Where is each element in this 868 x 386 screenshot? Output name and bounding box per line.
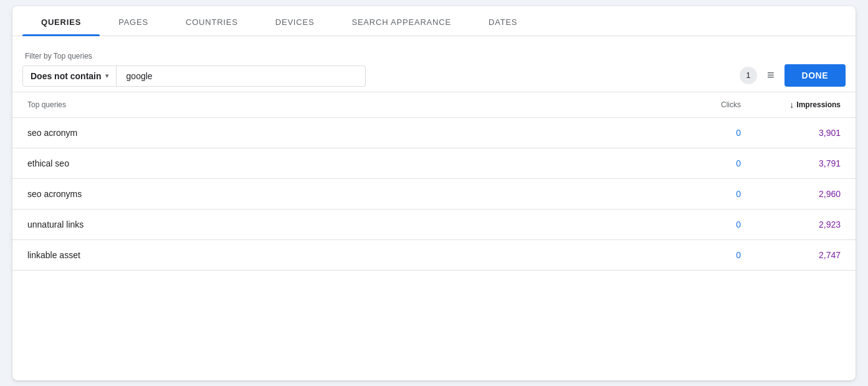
row-impressions: 2,960 — [741, 189, 841, 199]
table-container: Top queries Clicks ↓ Impressions seo acr… — [12, 92, 856, 271]
filter-type-label: Does not contain — [31, 71, 102, 81]
table-row: seo acronym 0 3,901 — [12, 118, 856, 148]
done-button[interactable]: DONE — [785, 64, 846, 87]
row-query: seo acronyms — [27, 189, 666, 199]
tab-countries[interactable]: COUNTRIES — [167, 6, 257, 36]
row-query: unnatural links — [27, 220, 666, 229]
tab-devices[interactable]: DEVICES — [257, 6, 333, 36]
table-row: ethical seo 0 3,791 — [12, 148, 856, 179]
filter-controls: Does not contain ▾ — [22, 65, 366, 87]
table-row: seo acronyms 0 2,960 — [12, 179, 856, 210]
row-clicks: 0 — [666, 189, 741, 199]
row-clicks: 0 — [666, 128, 741, 138]
row-clicks: 0 — [666, 158, 741, 168]
col-header-clicks: Clicks — [666, 100, 741, 109]
tabs-bar: QUERIES PAGES COUNTRIES DEVICES SEARCH A… — [12, 6, 856, 36]
sort-down-icon: ↓ — [789, 100, 794, 110]
row-query: seo acronym — [27, 128, 666, 138]
row-impressions: 2,747 — [741, 250, 841, 260]
tab-queries[interactable]: QUERIES — [22, 6, 100, 36]
table-header: Top queries Clicks ↓ Impressions — [12, 92, 856, 118]
row-query: ethical seo — [27, 158, 666, 168]
row-clicks: 0 — [666, 250, 741, 260]
filter-left: Filter by Top queries Does not contain ▾ — [22, 52, 366, 87]
chevron-down-icon: ▾ — [105, 72, 108, 79]
table-row: linkable asset 0 2,747 — [12, 240, 856, 271]
filter-label: Filter by Top queries — [25, 52, 366, 60]
filter-count-badge[interactable]: 1 — [740, 67, 757, 84]
filter-bar: Filter by Top queries Does not contain ▾… — [12, 36, 856, 92]
main-card: QUERIES PAGES COUNTRIES DEVICES SEARCH A… — [12, 6, 856, 380]
tab-search-appearance[interactable]: SEARCH APPEARANCE — [333, 6, 470, 36]
impressions-label: Impressions — [796, 100, 841, 109]
filter-lines-icon[interactable]: ≡ — [765, 65, 777, 85]
row-clicks: 0 — [666, 220, 741, 229]
col-header-query: Top queries — [27, 100, 666, 109]
row-impressions: 3,791 — [741, 158, 841, 168]
row-impressions: 3,901 — [741, 128, 841, 138]
col-header-impressions[interactable]: ↓ Impressions — [741, 100, 841, 110]
filter-value-input[interactable] — [117, 65, 366, 87]
filter-type-button[interactable]: Does not contain ▾ — [22, 65, 117, 87]
tab-dates[interactable]: DATES — [470, 6, 536, 36]
row-query: linkable asset — [27, 250, 666, 260]
filter-right-section: 1 ≡ DONE — [740, 64, 846, 87]
row-impressions: 2,923 — [741, 220, 841, 229]
table-row: unnatural links 0 2,923 — [12, 210, 856, 240]
tab-pages[interactable]: PAGES — [100, 6, 167, 36]
